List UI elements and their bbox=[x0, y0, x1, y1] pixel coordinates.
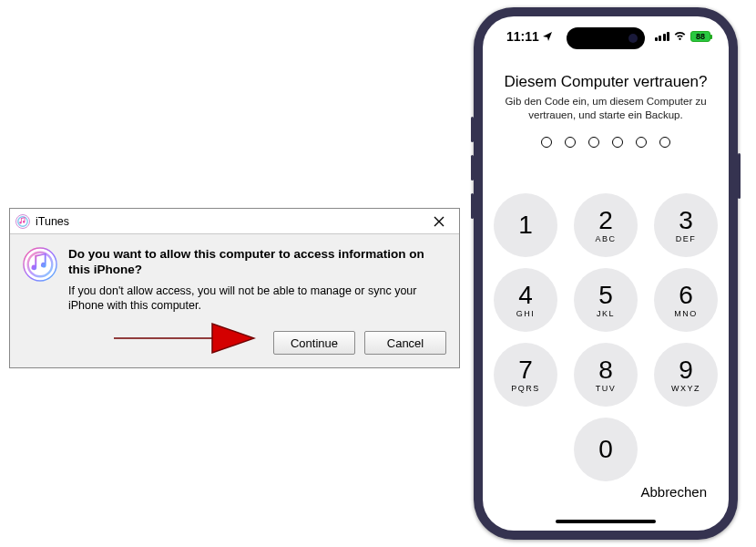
passcode-dots bbox=[501, 137, 710, 148]
cancel-button[interactable]: Cancel bbox=[364, 331, 446, 355]
keypad-6[interactable]: 6MNO bbox=[654, 268, 718, 332]
dialog-title: iTunes bbox=[36, 215, 69, 228]
itunes-access-dialog: iTunes Do you want to allow this compute… bbox=[9, 208, 460, 368]
iphone-device-frame: 11:11 88 Diesem Computer vertrauen? Gib … bbox=[474, 7, 738, 540]
home-indicator bbox=[556, 520, 656, 523]
keypad-4[interactable]: 4GHI bbox=[494, 268, 557, 332]
dialog-titlebar: iTunes bbox=[10, 209, 459, 234]
dialog-body-text: If you don't allow access, you will not … bbox=[68, 284, 446, 314]
keypad-8[interactable]: 8TUV bbox=[574, 343, 638, 407]
keypad-2[interactable]: 2ABC bbox=[574, 193, 638, 257]
iphone-screen: 11:11 88 Diesem Computer vertrauen? Gib … bbox=[483, 16, 729, 531]
keypad-9[interactable]: 9WXYZ bbox=[654, 343, 718, 407]
keypad-0[interactable]: 0 bbox=[574, 418, 638, 481]
cell-signal-icon bbox=[655, 32, 670, 41]
close-button[interactable] bbox=[424, 212, 454, 232]
continue-button[interactable]: Continue bbox=[273, 331, 355, 355]
keypad-1[interactable]: 1 bbox=[494, 193, 557, 257]
keypad-5[interactable]: 5JKL bbox=[574, 268, 638, 332]
dynamic-island bbox=[567, 27, 645, 49]
passcode-keypad: 1 2ABC 3DEF 4GHI 5JKL 6MNO 7PQRS 8TUV 9W… bbox=[483, 193, 729, 481]
itunes-icon bbox=[15, 214, 30, 229]
phone-cancel-button[interactable]: Abbrechen bbox=[640, 484, 707, 500]
trust-title: Diesem Computer vertrauen? bbox=[501, 73, 710, 91]
status-time: 11:11 bbox=[506, 29, 539, 44]
location-icon bbox=[542, 31, 553, 42]
red-arrow-annotation bbox=[112, 320, 256, 356]
keypad-3[interactable]: 3DEF bbox=[654, 193, 718, 257]
keypad-7[interactable]: 7PQRS bbox=[494, 343, 557, 407]
trust-subtitle: Gib den Code ein, um diesem Computer zu … bbox=[501, 95, 710, 122]
dialog-heading: Do you want to allow this computer to ac… bbox=[68, 247, 446, 278]
battery-icon: 88 bbox=[690, 31, 710, 42]
wifi-icon bbox=[673, 29, 687, 44]
itunes-large-icon bbox=[23, 247, 59, 313]
close-icon bbox=[434, 216, 444, 227]
